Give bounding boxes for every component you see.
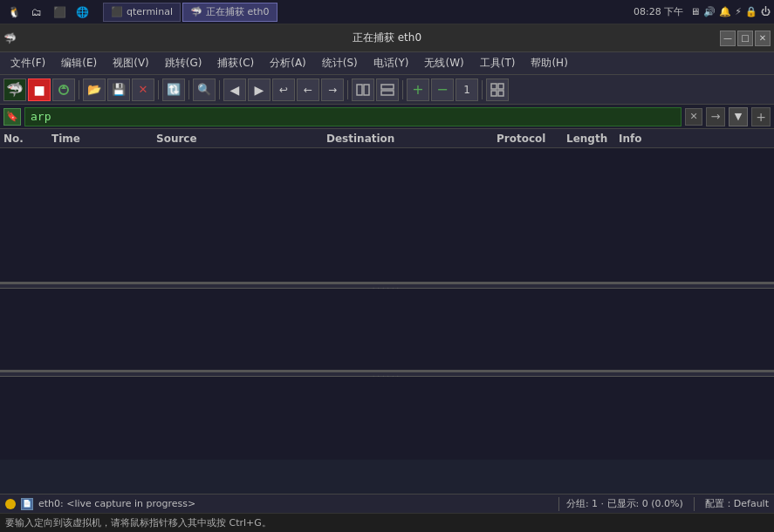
open-file-button[interactable]: 📂 [83,78,106,101]
filter-apply-button[interactable]: → [706,107,725,126]
col-header-length: Length [566,133,619,145]
columns-icon [356,83,370,97]
menu-wireless[interactable]: 无线(W) [417,54,470,72]
monitor-icon: 🖥 [690,6,700,17]
remove-button[interactable]: − [431,78,454,101]
colorize-button[interactable] [376,78,399,101]
layout-button[interactable] [486,78,509,101]
filter-dropdown-button[interactable]: ▼ [729,107,748,126]
title-bar-left: 🦈 [3,32,17,44]
menu-bar: 文件(F) 编辑(E) 视图(V) 跳转(G) 捕获(C) 分析(A) 统计(S… [0,52,774,75]
detail-pane [0,289,774,372]
reload-button[interactable]: 🔃 [162,78,185,101]
svg-rect-9 [498,91,503,96]
restart-icon [57,83,71,97]
status-stats: 分组: 1 · 已显示: 0 (0.0%) [566,497,683,510]
divider-2-dots: ...... [373,371,401,379]
capture-interface-label: eth0: <live capture in progress> [38,498,195,509]
split-icon [380,83,394,97]
col-header-protocol: Protocol [497,133,566,145]
svg-rect-3 [364,85,369,95]
menu-view[interactable]: 视图(V) [106,54,156,72]
start-icon[interactable]: 🐧 [3,2,24,23]
lock-icon: 🔒 [745,6,757,17]
zoom-in-button[interactable]: 🔍 [193,78,216,101]
new-capture-button[interactable]: 🦈 [3,78,26,101]
col-header-destination: Destination [326,133,497,145]
app-icon: 🦈 [3,32,17,44]
menu-analyze[interactable]: 分析(A) [263,54,313,72]
svg-rect-7 [498,84,503,89]
column-headers: No. Time Source Destination Protocol Len… [0,129,774,148]
svg-rect-8 [491,91,497,96]
close-button[interactable]: ✕ [755,31,771,46]
toolbar-sep-6 [402,80,403,99]
add-button[interactable]: + [407,78,429,101]
maximize-button[interactable]: □ [737,31,753,46]
filter-input[interactable] [24,107,682,126]
system-taskbar: 🐧 🗂 ⬛ 🌐 ⬛ qterminal 🦈 正在捕获 eth0 08:28 下午… [0,0,774,24]
menu-go[interactable]: 跳转(G) [158,54,209,72]
task-qterminal-icon: ⬛ [111,6,123,17]
save-file-button[interactable]: 💾 [107,78,130,101]
filter-add-button[interactable]: + [751,107,771,126]
toolbar-sep-2 [158,80,159,99]
capture-status-dot [5,499,16,509]
status-bar: 📄 eth0: <live capture in progress> 分组: 1… [0,494,774,513]
task-wireshark[interactable]: 🦈 正在捕获 eth0 [182,3,277,22]
menu-help[interactable]: 帮助(H) [524,54,574,72]
menu-telephony[interactable]: 电话(Y) [366,54,416,72]
status-right: 分组: 1 · 已显示: 0 (0.0%) 配置：Default [566,497,769,511]
col-header-time: Time [51,133,156,145]
packet-list [0,148,774,283]
filter-bookmark-icon[interactable]: 🔖 [3,108,21,126]
menu-statistics[interactable]: 统计(S) [315,54,365,72]
clock-time: 08:28 下午 [634,5,683,18]
svg-rect-6 [491,84,497,89]
browser-icon[interactable]: 🌐 [72,2,92,23]
layout-icon [490,83,504,97]
status-divider-2 [694,497,695,511]
files-icon[interactable]: 🗂 [26,2,47,23]
menu-file[interactable]: 文件(F) [3,54,52,72]
toolbar-sep-7 [482,80,483,99]
toolbar: 🦈 ■ 📂 💾 ✕ 🔃 🔍 ◀ ▶ ↩ ← → [0,75,774,105]
one-button[interactable]: 1 [455,78,478,101]
filter-clear-button[interactable]: ✕ [685,108,702,126]
menu-tools[interactable]: 工具(T) [473,54,523,72]
col-header-source: Source [156,133,326,145]
system-tray: 🖥 🔊 🔔 ⚡ 🔒 ⏻ [690,6,771,17]
menu-capture[interactable]: 捕获(C) [210,54,261,72]
go-first-button[interactable]: ↩ [272,78,295,101]
go-next-button[interactable]: → [321,78,344,101]
volume-icon: 🔊 [703,6,716,17]
title-bar-controls: — □ ✕ [720,31,771,46]
capture-file-icon: 📄 [21,498,33,510]
task-wireshark-label: 正在捕获 eth0 [206,5,270,18]
window-title: 正在捕获 eth0 [353,31,421,45]
toolbar-sep-5 [347,80,348,99]
restart-capture-button[interactable] [52,78,75,101]
task-wireshark-icon: 🦈 [190,6,202,17]
status-left: 📄 eth0: <live capture in progress> [5,498,551,510]
terminal-icon[interactable]: ⬛ [49,2,70,23]
toolbar-sep-3 [188,80,189,99]
col-header-info: Info [619,133,771,145]
menu-edit[interactable]: 编辑(E) [54,54,104,72]
toolbar-sep-1 [79,80,79,99]
task-qterminal[interactable]: ⬛ qterminal [103,3,181,22]
go-back-button[interactable]: ◀ [223,78,246,101]
close-file-button[interactable]: ✕ [132,78,154,101]
columns-button[interactable] [352,78,374,101]
tip-text: 要输入定向到该虚拟机，请将鼠标指针移入其中或按 Ctrl+G。 [5,516,271,529]
shutdown-icon: ⏻ [761,6,771,17]
notification-icon: 🔔 [719,6,731,17]
svg-rect-5 [381,91,394,95]
title-bar: 🦈 正在捕获 eth0 — □ ✕ [0,24,774,52]
svg-rect-2 [357,85,362,95]
stop-capture-button[interactable]: ■ [28,78,51,101]
go-forward-button[interactable]: ▶ [248,78,271,101]
go-prev-button[interactable]: ← [297,78,319,101]
system-clock: 08:28 下午 🖥 🔊 🔔 ⚡ 🔒 ⏻ [634,5,771,18]
minimize-button[interactable]: — [720,31,736,46]
